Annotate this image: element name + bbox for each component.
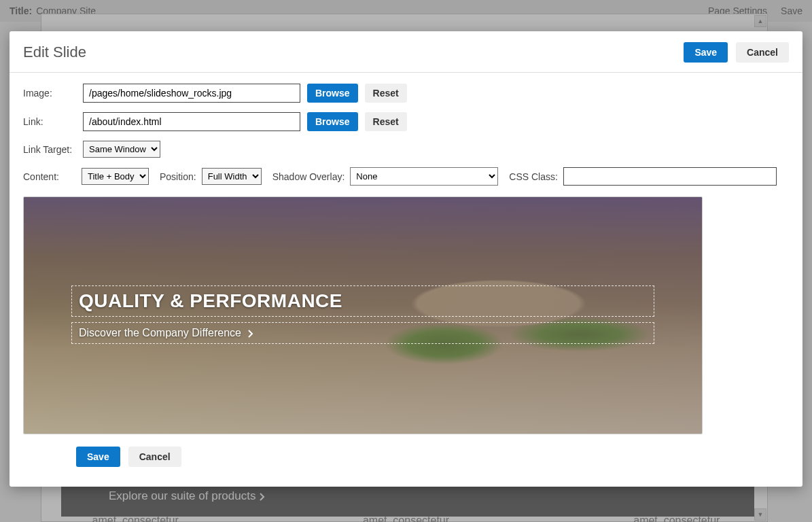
link-reset-button[interactable]: Reset [365,112,407,131]
modal-body: Image: Browse Reset Link: Browse Reset L… [10,73,802,487]
image-reset-button[interactable]: Reset [365,84,407,103]
chevron-right-icon [248,328,253,338]
header-cancel-button[interactable]: Cancel [736,42,789,63]
edit-slide-modal: Edit Slide Save Cancel Image: Browse Res… [10,31,802,487]
footer-cancel-button[interactable]: Cancel [128,447,181,467]
options-row: Content: Title + Body Position: Full Wid… [23,167,789,186]
position-label: Position: [160,171,196,182]
footer-save-button[interactable]: Save [76,447,120,467]
slide-preview: QUALITY & PERFORMANCE Discover the Compa… [23,196,703,434]
link-row: Link: Browse Reset [23,112,789,131]
modal-header: Edit Slide Save Cancel [10,31,802,73]
link-input[interactable] [83,112,300,131]
link-target-select[interactable]: Same Window [83,141,160,158]
slide-subtitle-region[interactable]: Discover the Company Difference [71,322,654,344]
link-target-label: Link Target: [23,144,76,155]
image-browse-button[interactable]: Browse [307,84,358,103]
shadow-label: Shadow Overlay: [272,171,345,182]
content-select[interactable]: Title + Body [82,168,149,185]
link-target-row: Link Target: Same Window [23,141,789,158]
image-label: Image: [23,88,76,99]
modal-title: Edit Slide [23,44,86,61]
image-row: Image: Browse Reset [23,84,789,103]
css-class-input[interactable] [563,167,777,186]
position-select[interactable]: Full Width [202,168,262,185]
css-label: CSS Class: [509,171,558,182]
slide-subtitle-text: Discover the Company Difference [79,327,241,338]
slide-preview-overlay: QUALITY & PERFORMANCE Discover the Compa… [71,285,654,349]
image-input[interactable] [83,84,300,103]
link-label: Link: [23,116,76,127]
shadow-select[interactable]: None [350,167,498,186]
slide-title-text: QUALITY & PERFORMANCE [79,290,647,312]
link-browse-button[interactable]: Browse [307,112,358,131]
content-label: Content: [23,171,76,182]
slide-title-region[interactable]: QUALITY & PERFORMANCE [71,285,654,317]
modal-footer-actions: Save Cancel [76,447,789,479]
header-save-button[interactable]: Save [684,42,728,63]
